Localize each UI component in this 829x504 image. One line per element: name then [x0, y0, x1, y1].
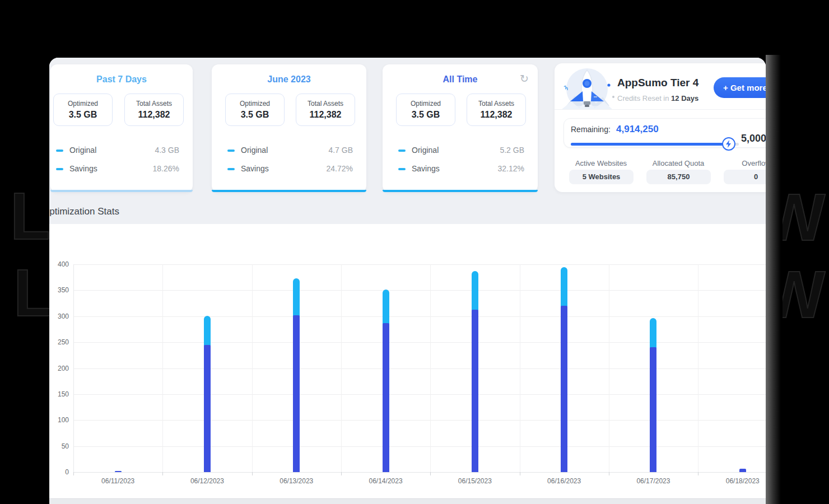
original-row: Original 5.2 GB	[383, 146, 538, 156]
y-axis-tick-label: 200	[50, 365, 69, 372]
watermark-letter: L	[10, 178, 53, 254]
x-axis-tick	[430, 472, 431, 475]
bar-after	[472, 310, 478, 472]
period-card-title: Past 7 Days	[50, 74, 193, 85]
active-websites-label: Active Websites	[562, 159, 640, 167]
overflow-value: 0	[724, 170, 766, 184]
next-section-strip	[49, 498, 766, 504]
gridline	[73, 368, 766, 369]
x-axis-tick-label: 06/11/2023	[101, 477, 134, 485]
x-axis-tick-label: 06/13/2023	[280, 477, 313, 485]
dash-icon	[398, 168, 406, 170]
metric-label: Optimized	[226, 100, 284, 108]
bullet-dot-icon	[612, 96, 614, 98]
gridline	[520, 264, 520, 472]
get-more-credits-button[interactable]: + Get more credits	[714, 77, 766, 98]
gridline	[252, 264, 253, 472]
stat-value: 18.26%	[153, 164, 179, 173]
gridline	[73, 342, 766, 343]
screenshot-stage: L L W W Past 7 Days Optimized 3.5 GB Tot…	[0, 0, 829, 504]
x-axis-tick	[162, 472, 163, 475]
bar-after	[115, 471, 122, 472]
refresh-icon[interactable]: ↻	[520, 72, 529, 85]
period-card-title: All Time	[383, 74, 538, 85]
bar-after	[204, 345, 211, 472]
active-websites-value: 5 Websites	[569, 170, 634, 184]
remaining-credits-box: Remaining: 4,914,250	[563, 118, 766, 148]
card-accent-bar	[212, 190, 366, 192]
bar-after	[650, 347, 656, 472]
metric-value: 112,382	[296, 110, 355, 120]
dash-icon	[227, 168, 235, 170]
x-axis-tick-label: 06/12/2023	[190, 477, 224, 485]
slider-fill	[571, 143, 729, 146]
stat-label: Original	[412, 146, 439, 155]
metric-label: Total Assets	[296, 100, 355, 108]
remaining-value: 4,914,250	[616, 124, 659, 135]
y-axis-tick-label: 100	[50, 416, 69, 424]
dash-icon	[56, 168, 63, 170]
plan-title: AppSumo Tier 4	[617, 77, 698, 89]
x-axis-tick	[698, 472, 698, 475]
x-axis-tick	[520, 472, 520, 475]
metric-label: Total Assets	[467, 100, 525, 108]
stat-label: Savings	[412, 164, 440, 173]
y-axis-tick-label: 150	[50, 390, 69, 398]
stat-label: Original	[69, 146, 96, 155]
rocket-illustration-icon	[559, 67, 615, 110]
gridline	[430, 264, 431, 472]
metric-label: Optimized	[54, 100, 112, 108]
optimized-metric: Optimized 3.5 GB	[396, 94, 455, 126]
gridline	[73, 264, 766, 265]
gridline	[341, 264, 342, 472]
gridline	[73, 472, 766, 473]
gridline	[73, 394, 766, 395]
metric-value: 3.5 GB	[226, 110, 284, 120]
gridline	[73, 446, 766, 447]
stat-label: Original	[241, 146, 268, 155]
credits-reset-value: 12 Days	[671, 94, 698, 102]
x-axis-tick-label: 06/17/2023	[636, 477, 670, 485]
x-axis-tick-label: 06/16/2023	[547, 477, 581, 485]
gridline	[73, 290, 766, 291]
y-axis-tick-label: 350	[50, 286, 69, 294]
period-card-all-time[interactable]: All Time ↻ Optimized 3.5 GB Total Assets…	[383, 64, 538, 192]
x-axis-tick	[341, 472, 342, 475]
dash-icon	[227, 150, 235, 152]
stat-value: 24.72%	[327, 164, 353, 173]
credits-reset-text: Credits Reset in 12 Days	[617, 94, 698, 102]
total-assets-metric: Total Assets 112,382	[124, 94, 184, 126]
gridline	[73, 264, 74, 472]
plan-card: AppSumo Tier 4 Credits Reset in 12 Days …	[555, 63, 766, 192]
remaining-label: Remaining:	[571, 125, 611, 134]
x-axis-tick-label: 06/14/2023	[369, 477, 403, 485]
stat-label: Savings	[241, 164, 269, 173]
total-assets-metric: Total Assets 112,382	[296, 94, 355, 126]
savings-row: Savings 32.12%	[383, 164, 538, 174]
allocated-quota-value: 85,750	[646, 170, 711, 184]
stat-value: 4.7 GB	[328, 146, 353, 155]
slider-handle-lightning-icon[interactable]	[722, 137, 735, 151]
optimization-stats-chart: 05010015020025030035040006/11/202306/12/…	[49, 224, 766, 498]
x-axis-tick-label: 06/18/2023	[726, 477, 760, 485]
period-card-past-7-days[interactable]: Past 7 Days Optimized 3.5 GB Total Asset…	[50, 64, 193, 192]
original-row: Original 4.3 GB	[50, 146, 193, 156]
savings-row: Savings 18.26%	[50, 164, 193, 174]
y-axis-tick-label: 400	[50, 260, 69, 268]
stat-value: 5.2 GB	[500, 146, 524, 155]
y-axis-tick-label: 0	[50, 468, 69, 476]
credits-slider[interactable]	[571, 137, 739, 151]
gridline	[73, 316, 766, 317]
x-axis-tick	[609, 472, 609, 475]
section-heading: Optimization Stats	[49, 206, 119, 217]
metric-value: 3.5 GB	[54, 110, 112, 120]
dash-icon	[398, 150, 406, 152]
optimized-metric: Optimized 3.5 GB	[53, 94, 113, 126]
metric-label: Total Assets	[125, 100, 183, 108]
bar-after	[293, 315, 300, 472]
stat-value: 4.3 GB	[155, 146, 179, 155]
bar-after	[739, 469, 746, 472]
gridline	[73, 420, 766, 421]
period-card-june-2023[interactable]: June 2023 Optimized 3.5 GB Total Assets …	[212, 64, 366, 192]
dash-icon	[56, 150, 63, 152]
